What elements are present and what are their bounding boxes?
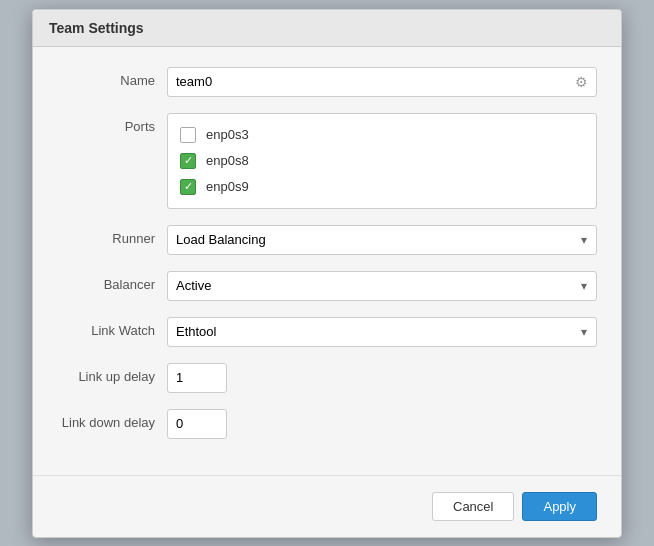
port-label-enp0s9: enp0s9: [206, 179, 249, 194]
team-settings-dialog: Team Settings Name ⚙ Ports: [32, 9, 622, 538]
balancer-label: Balancer: [57, 271, 167, 292]
port-label-enp0s3: enp0s3: [206, 127, 249, 142]
link-down-delay-label: Link down delay: [57, 409, 167, 430]
dialog-footer: Cancel Apply: [33, 475, 621, 537]
edit-icon: ⚙: [575, 74, 588, 90]
list-item: ✓ enp0s9: [178, 174, 586, 200]
list-item: ✓ enp0s8: [178, 148, 586, 174]
port-checkbox-enp0s3[interactable]: [180, 127, 196, 143]
dialog-body: Name ⚙ Ports enp0s3: [33, 47, 621, 475]
link-down-delay-control: [167, 409, 597, 439]
name-input-wrapper: ⚙: [167, 67, 597, 97]
link-up-delay-label: Link up delay: [57, 363, 167, 384]
ports-control: enp0s3 ✓ enp0s8 ✓ enp0s9: [167, 113, 597, 209]
runner-select[interactable]: Load Balancing Broadcast Roundrobin Acti…: [167, 225, 597, 255]
ports-label: Ports: [57, 113, 167, 134]
name-control: ⚙: [167, 67, 597, 97]
balancer-control: Active Passive: [167, 271, 597, 301]
cancel-button[interactable]: Cancel: [432, 492, 514, 521]
runner-row: Runner Load Balancing Broadcast Roundrob…: [57, 225, 597, 255]
link-down-delay-input[interactable]: [167, 409, 227, 439]
ports-container: enp0s3 ✓ enp0s8 ✓ enp0s9: [167, 113, 597, 209]
name-row: Name ⚙: [57, 67, 597, 97]
link-up-delay-row: Link up delay: [57, 363, 597, 393]
balancer-select[interactable]: Active Passive: [167, 271, 597, 301]
link-down-delay-row: Link down delay: [57, 409, 597, 439]
link-watch-label: Link Watch: [57, 317, 167, 338]
runner-control: Load Balancing Broadcast Roundrobin Acti…: [167, 225, 597, 255]
name-label: Name: [57, 67, 167, 88]
list-item: enp0s3: [178, 122, 586, 148]
port-label-enp0s8: enp0s8: [206, 153, 249, 168]
ports-row: Ports enp0s3 ✓ enp0s8 ✓ enp: [57, 113, 597, 209]
dialog-header: Team Settings: [33, 10, 621, 47]
link-watch-select[interactable]: Ethtool ARP Ping NSNA Ping: [167, 317, 597, 347]
port-checkbox-enp0s9[interactable]: ✓: [180, 179, 196, 195]
link-watch-control: Ethtool ARP Ping NSNA Ping: [167, 317, 597, 347]
link-watch-row: Link Watch Ethtool ARP Ping NSNA Ping: [57, 317, 597, 347]
balancer-row: Balancer Active Passive: [57, 271, 597, 301]
link-watch-select-wrapper: Ethtool ARP Ping NSNA Ping: [167, 317, 597, 347]
port-checkbox-enp0s8[interactable]: ✓: [180, 153, 196, 169]
runner-select-wrapper: Load Balancing Broadcast Roundrobin Acti…: [167, 225, 597, 255]
runner-label: Runner: [57, 225, 167, 246]
dialog-overlay: Team Settings Name ⚙ Ports: [0, 0, 654, 546]
name-input[interactable]: [176, 74, 575, 89]
link-up-delay-control: [167, 363, 597, 393]
balancer-select-wrapper: Active Passive: [167, 271, 597, 301]
apply-button[interactable]: Apply: [522, 492, 597, 521]
link-up-delay-input[interactable]: [167, 363, 227, 393]
dialog-title: Team Settings: [49, 20, 144, 36]
